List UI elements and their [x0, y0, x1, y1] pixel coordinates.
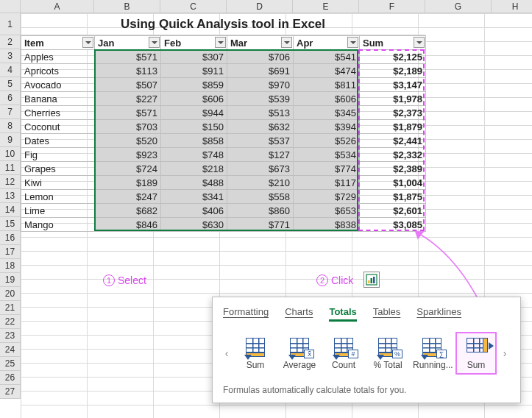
row-header-3[interactable]: 3: [0, 49, 21, 63]
row-header-6[interactable]: 6: [0, 91, 21, 105]
cell-value[interactable]: $507: [95, 78, 161, 92]
col-header-D[interactable]: D: [227, 0, 293, 13]
filter-dropdown-icon[interactable]: [347, 37, 358, 48]
cell-value[interactable]: $345: [294, 106, 360, 120]
row-header-13[interactable]: 13: [0, 189, 21, 203]
cell-value[interactable]: $729: [294, 190, 360, 204]
cell-item[interactable]: Lime: [21, 204, 95, 218]
row-header-5[interactable]: 5: [0, 77, 21, 91]
cell-value[interactable]: $703: [95, 120, 161, 134]
row-header-15[interactable]: 15: [0, 217, 21, 231]
cell-value[interactable]: $218: [161, 162, 227, 176]
cell-value[interactable]: $227: [95, 92, 161, 106]
cell-item[interactable]: Mango: [21, 218, 95, 232]
cell-value[interactable]: $630: [161, 218, 227, 232]
cell-value[interactable]: $113: [95, 64, 161, 78]
cell-value[interactable]: $691: [227, 64, 294, 78]
col-header-F[interactable]: F: [359, 0, 425, 13]
tool-average[interactable]: x̄Average: [279, 332, 320, 375]
col-header-A[interactable]: A: [21, 0, 94, 13]
cell-item[interactable]: Fig: [21, 148, 95, 162]
row-header-21[interactable]: 21: [0, 301, 21, 315]
cell-item[interactable]: Coconut: [21, 120, 95, 134]
col-header-C[interactable]: C: [160, 0, 227, 13]
tool--total[interactable]: %% Total: [367, 332, 408, 375]
cell-value[interactable]: $520: [95, 134, 161, 148]
row-header-9[interactable]: 9: [0, 133, 21, 147]
cell-sum[interactable]: $2,125: [360, 50, 426, 64]
cell-value[interactable]: $970: [227, 78, 294, 92]
cell-value[interactable]: $210: [227, 176, 294, 190]
cell-value[interactable]: $189: [95, 176, 161, 190]
cell-value[interactable]: $341: [161, 190, 227, 204]
tab-tables[interactable]: Tables: [373, 306, 401, 322]
cell-item[interactable]: Grapes: [21, 162, 95, 176]
cell-value[interactable]: $406: [161, 204, 227, 218]
cell-value[interactable]: $117: [294, 176, 360, 190]
header-sum[interactable]: Sum: [360, 36, 426, 50]
cell-value[interactable]: $606: [294, 92, 360, 106]
cell-value[interactable]: $571: [95, 106, 161, 120]
cell-value[interactable]: $706: [227, 50, 294, 64]
tool-sum[interactable]: Sum: [235, 332, 276, 375]
cell-value[interactable]: $846: [95, 218, 161, 232]
cell-sum[interactable]: $2,389: [360, 162, 426, 176]
cell-value[interactable]: $150: [161, 120, 227, 134]
row-header-10[interactable]: 10: [0, 147, 21, 161]
header-apr[interactable]: Apr: [294, 36, 360, 50]
row-header-7[interactable]: 7: [0, 105, 21, 119]
row-header-26[interactable]: 26: [0, 371, 21, 385]
cell-sum[interactable]: $1,875: [360, 190, 426, 204]
tool-sum[interactable]: Sum: [455, 332, 497, 375]
row-header-2[interactable]: 2: [0, 35, 21, 49]
cell-value[interactable]: $923: [95, 148, 161, 162]
row-header-14[interactable]: 14: [0, 203, 21, 217]
cell-value[interactable]: $541: [294, 50, 360, 64]
cell-value[interactable]: $394: [294, 120, 360, 134]
row-header-20[interactable]: 20: [0, 287, 21, 301]
tool-running-[interactable]: ∑Running...: [411, 332, 453, 375]
cell-sum[interactable]: $3,085: [360, 218, 426, 232]
cell-item[interactable]: Kiwi: [21, 176, 95, 190]
cell-value[interactable]: $539: [227, 92, 294, 106]
cell-value[interactable]: $474: [294, 64, 360, 78]
row-header-18[interactable]: 18: [0, 259, 21, 273]
filter-dropdown-icon[interactable]: [82, 37, 93, 48]
cell-value[interactable]: $682: [95, 204, 161, 218]
row-header-24[interactable]: 24: [0, 343, 21, 357]
cell-value[interactable]: $606: [161, 92, 227, 106]
cell-value[interactable]: $488: [161, 176, 227, 190]
cell-sum[interactable]: $2,189: [360, 64, 426, 78]
row-header-1[interactable]: 1: [0, 13, 21, 35]
cell-sum[interactable]: $2,332: [360, 148, 426, 162]
cell-value[interactable]: $247: [95, 190, 161, 204]
cell-value[interactable]: $558: [227, 190, 294, 204]
row-header-23[interactable]: 23: [0, 329, 21, 343]
filter-dropdown-icon[interactable]: [149, 37, 160, 48]
col-header-E[interactable]: E: [293, 0, 359, 13]
cell-item[interactable]: Avocado: [21, 78, 95, 92]
cell-value[interactable]: $673: [227, 162, 294, 176]
filter-dropdown-icon[interactable]: [281, 37, 292, 48]
tool-count[interactable]: #Count: [323, 332, 364, 375]
cell-item[interactable]: Apples: [21, 50, 95, 64]
cell-value[interactable]: $748: [161, 148, 227, 162]
cell-value[interactable]: $534: [294, 148, 360, 162]
tab-totals[interactable]: Totals: [329, 306, 356, 322]
cell-value[interactable]: $653: [294, 204, 360, 218]
cell-sum[interactable]: $1,004: [360, 176, 426, 190]
row-header-22[interactable]: 22: [0, 315, 21, 329]
filter-dropdown-icon[interactable]: [215, 37, 226, 48]
row-header-16[interactable]: 16: [0, 231, 21, 245]
cell-value[interactable]: $632: [227, 120, 294, 134]
cell-value[interactable]: $944: [161, 106, 227, 120]
row-header-8[interactable]: 8: [0, 119, 21, 133]
row-header-11[interactable]: 11: [0, 161, 21, 175]
cell-value[interactable]: $526: [294, 134, 360, 148]
tab-charts[interactable]: Charts: [285, 306, 313, 322]
cell-value[interactable]: $911: [161, 64, 227, 78]
cell-item[interactable]: Apricots: [21, 64, 95, 78]
cell-item[interactable]: Lemon: [21, 190, 95, 204]
cell-value[interactable]: $838: [294, 218, 360, 232]
cell-value[interactable]: $859: [161, 78, 227, 92]
